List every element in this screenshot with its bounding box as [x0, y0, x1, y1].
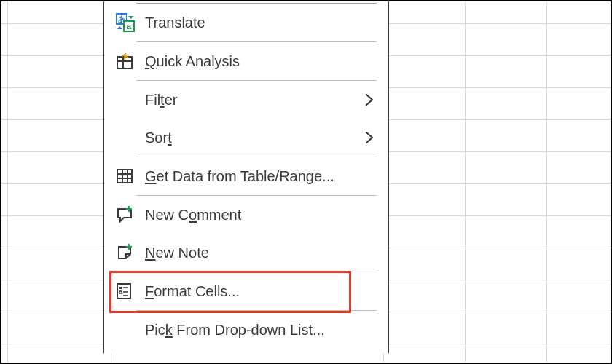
format-cells-icon: [116, 282, 142, 300]
menu-item-quick-analysis[interactable]: Quick Analysis: [104, 42, 388, 80]
menu-item-label: New Comment: [142, 207, 388, 223]
svg-rect-17: [119, 287, 122, 289]
menu-item-filter[interactable]: Filter: [104, 81, 388, 119]
svg-rect-19: [119, 291, 122, 293]
quick-analysis-icon: [116, 52, 142, 70]
svg-text:a: a: [127, 22, 132, 31]
menu-item-label: Sort: [142, 130, 365, 146]
chevron-right-icon: [365, 93, 388, 106]
menu-item-label: New Note: [142, 245, 388, 261]
translate-icon: あa: [116, 13, 142, 32]
svg-rect-7: [117, 170, 132, 183]
menu-item-label: Pick From Drop-down List...: [142, 322, 388, 339]
menu-item-label: Translate: [142, 15, 388, 31]
chevron-right-icon: [365, 131, 388, 144]
menu-item-label: Get Data from Table/Range...: [142, 168, 388, 185]
menu-item-label: Filter: [142, 92, 365, 108]
new-comment-icon: [116, 206, 142, 223]
menu-item-sort[interactable]: Sort: [104, 119, 388, 157]
menu-item-new-note[interactable]: New Note: [104, 234, 388, 272]
menu-item-new-comment[interactable]: New Comment: [104, 196, 388, 234]
table-icon: [116, 167, 142, 185]
menu-item-format-cells[interactable]: Format Cells...: [104, 272, 388, 310]
menu-item-translate[interactable]: あaTranslate: [104, 4, 388, 41]
menu-item-get-data-from-table-range[interactable]: Get Data from Table/Range...: [104, 157, 388, 195]
menu-item-label: Format Cells...: [142, 283, 388, 300]
menu-item-label: Quick Analysis: [142, 53, 388, 70]
menu-item-pick-from-drop-down-list[interactable]: Pick From Drop-down List...: [104, 311, 388, 349]
context-menu: あaTranslateQuick AnalysisFilterSortGet D…: [103, 1, 389, 353]
new-note-icon: [116, 244, 142, 261]
